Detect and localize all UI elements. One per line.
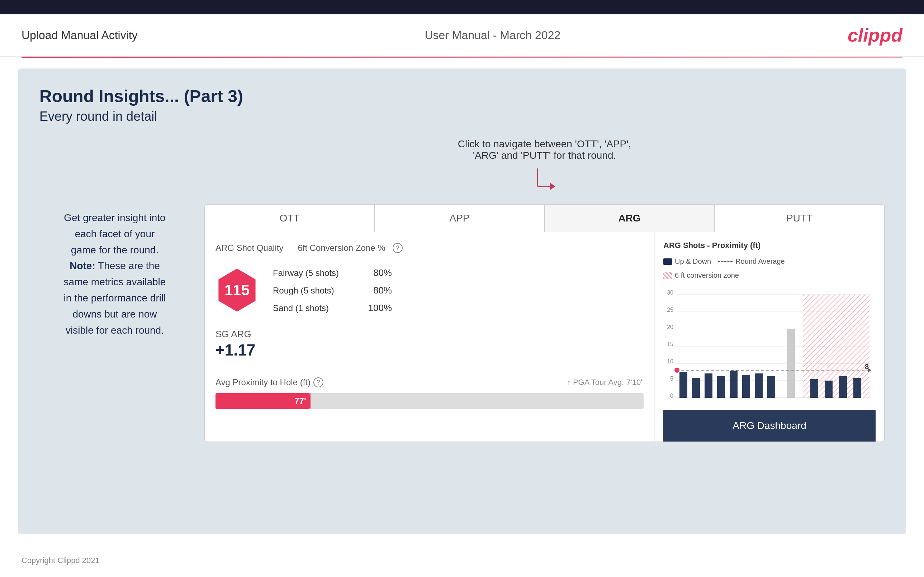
proximity-cursor	[310, 393, 311, 409]
svg-text:15: 15	[667, 341, 674, 347]
bar-pct-rough: 80%	[363, 285, 392, 296]
tab-app[interactable]: APP	[375, 205, 544, 232]
header-divider	[21, 56, 903, 58]
sg-label: SG ARG	[215, 329, 644, 340]
insight-line3: game for the round.	[71, 244, 158, 256]
right-panel: Click to navigate between 'OTT', 'APP','…	[204, 139, 885, 442]
header: Upload Manual Activity User Manual - Mar…	[0, 15, 924, 56]
legend-zone-label: 6 ft conversion zone	[675, 271, 739, 280]
legend-box-updown	[663, 258, 672, 265]
bar-label-fairway: Fairway (5 shots)	[273, 268, 352, 278]
hexagon-score: 115	[215, 269, 258, 312]
insight-line6: in the performance drill	[64, 292, 166, 303]
proximity-label: Avg Proximity to Hole (ft) ?	[215, 377, 323, 387]
insight-text: Get greater insight into each facet of y…	[39, 210, 190, 338]
svg-rect-24	[742, 375, 750, 398]
question-icon[interactable]: ?	[393, 243, 403, 253]
pga-avg: ↑ PGA Tour Avg: 7'10"	[567, 378, 644, 387]
bar-label-rough: Rough (5 shots)	[273, 285, 352, 296]
legend-hatched-zone	[663, 272, 672, 279]
svg-text:8: 8	[865, 363, 869, 371]
svg-text:10: 10	[667, 358, 674, 364]
user-manual-title: User Manual - March 2022	[425, 29, 561, 42]
legend-items: Up & Down Round Average	[663, 257, 785, 266]
svg-point-33	[674, 368, 680, 373]
hex-value: 115	[215, 269, 258, 312]
svg-rect-22	[717, 376, 725, 398]
chart-header: ARG Shots - Proximity (ft) Up & Down Rou…	[663, 241, 876, 266]
legend-conversion: 6 ft conversion zone	[663, 271, 876, 280]
bar-pct-sand: 100%	[363, 303, 392, 314]
svg-rect-23	[730, 371, 738, 398]
card-body: ARG Shot Quality 6ft Conversion Zone % ?…	[205, 232, 884, 442]
metrics-label: ARG Shot Quality	[215, 243, 283, 253]
insight-line5: same metrics available	[64, 276, 166, 287]
svg-rect-27	[787, 329, 795, 398]
insight-line4: These are the	[95, 260, 160, 271]
svg-text:20: 20	[667, 324, 674, 330]
svg-marker-2	[550, 183, 556, 190]
nav-hint-text: Click to navigate between 'OTT', 'APP','…	[458, 139, 632, 161]
bar-label-sand: Sand (1 shots)	[273, 303, 352, 313]
left-metrics: ARG Shot Quality 6ft Conversion Zone % ?…	[205, 232, 655, 442]
tab-ott[interactable]: OTT	[205, 205, 375, 232]
bar-row-fairway: Fairway (5 shots) 80%	[273, 268, 392, 279]
insight-line8: visible for each round.	[66, 325, 164, 336]
main-content: Round Insights... (Part 3) Every round i…	[18, 68, 906, 534]
score-bars-row: 115 Fairway (5 shots) 80%	[215, 260, 644, 320]
proximity-question-icon[interactable]: ?	[313, 377, 323, 387]
svg-rect-19	[680, 372, 687, 398]
svg-rect-25	[755, 374, 762, 398]
section-subtitle: Every round in detail	[39, 109, 885, 124]
section-header: Round Insights... (Part 3) Every round i…	[39, 86, 885, 124]
legend-roundavg: Round Average	[718, 257, 785, 266]
proximity-label-text: Avg Proximity to Hole (ft)	[215, 377, 310, 387]
chart-svg: 0 5 10 15 20 25 30	[663, 283, 871, 409]
legend-roundavg-label: Round Average	[735, 257, 785, 266]
insight-line7: downs but are now	[73, 309, 157, 320]
proximity-value: 77'	[294, 396, 306, 406]
conversion-label: 6ft Conversion Zone %	[297, 243, 385, 253]
section-title: Round Insights... (Part 3)	[39, 86, 885, 106]
tab-arg[interactable]: ARG	[544, 205, 715, 232]
svg-text:25: 25	[667, 307, 674, 313]
legend-updown-label: Up & Down	[675, 257, 711, 266]
bar-pct-fairway: 80%	[363, 268, 392, 279]
sg-value: +1.17	[215, 341, 644, 359]
svg-rect-21	[704, 374, 712, 398]
insights-card: OTT APP ARG PUTT ARG Shot Quality 6ft Co…	[204, 204, 885, 442]
legend-zone: 6 ft conversion zone	[663, 271, 739, 280]
content-area: Get greater insight into each facet of y…	[39, 139, 885, 442]
proximity-header: Avg Proximity to Hole (ft) ? ↑ PGA Tour …	[215, 377, 644, 387]
insight-note: Note:	[69, 260, 95, 271]
header-left: Upload Manual Activity	[21, 29, 138, 42]
tabs: OTT APP ARG PUTT	[205, 205, 884, 232]
svg-rect-31	[853, 378, 861, 398]
metrics-header: ARG Shot Quality 6ft Conversion Zone % ?	[215, 243, 644, 253]
upload-title: Upload Manual Activity	[21, 29, 138, 42]
tab-putt[interactable]: PUTT	[715, 205, 884, 232]
chart-title: ARG Shots - Proximity (ft)	[663, 241, 761, 250]
svg-rect-26	[767, 376, 775, 398]
svg-rect-20	[692, 378, 700, 398]
top-bar	[0, 0, 924, 15]
svg-rect-30	[839, 376, 847, 398]
insight-line2: each facet of your	[75, 228, 155, 239]
right-chart: ARG Shots - Proximity (ft) Up & Down Rou…	[655, 232, 884, 442]
copyright: Copyright Clippd 2021	[0, 545, 924, 576]
svg-rect-29	[825, 380, 833, 398]
insight-line1: Get greater insight into	[64, 212, 165, 223]
sg-section: SG ARG +1.17	[215, 329, 644, 359]
svg-rect-28	[810, 379, 818, 398]
bar-rows: Fairway (5 shots) 80% Rough (5 shots)	[273, 268, 392, 320]
nav-hint-area: Click to navigate between 'OTT', 'APP','…	[204, 139, 885, 201]
dashboard-button[interactable]: ARG Dashboard	[663, 410, 876, 442]
proximity-section: Avg Proximity to Hole (ft) ? ↑ PGA Tour …	[215, 370, 644, 409]
legend-dashed-roundavg	[718, 261, 733, 262]
clippd-logo: clippd	[848, 24, 903, 46]
left-panel: Get greater insight into each facet of y…	[39, 139, 190, 442]
bar-row-rough: Rough (5 shots) 80%	[273, 285, 392, 296]
nav-arrow	[530, 165, 559, 201]
svg-text:0: 0	[670, 393, 674, 399]
legend-updown: Up & Down	[663, 257, 711, 266]
